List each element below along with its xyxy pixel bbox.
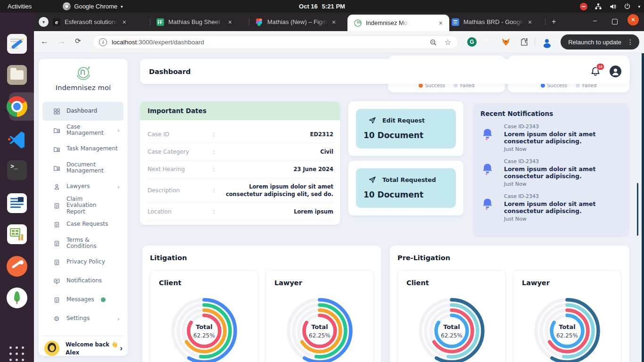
dock-item-mongodb[interactable] (6, 287, 28, 309)
toolbar-separator (535, 37, 535, 47)
tab-close-icon[interactable]: × (528, 19, 532, 25)
sidebar-item-lawyers[interactable]: Lawyers › (42, 177, 124, 196)
sidebar-item-document-management[interactable]: Document Management (42, 158, 124, 177)
sidebar-item-notifications[interactable]: Notifications (42, 272, 124, 290)
dock-item-chrome[interactable] (6, 96, 28, 117)
notification-case-id: Case ID-2343 (504, 158, 615, 165)
notification-time: Just Now (504, 216, 615, 222)
send-icon (368, 116, 376, 124)
sidebar-item-case-management[interactable]: Case Management › (42, 121, 124, 140)
tab-close-icon[interactable]: × (122, 19, 126, 25)
show-apps-button[interactable] (9, 346, 25, 362)
bell-badge: 10 (596, 63, 604, 70)
relaunch-label: Relaunch to update (568, 39, 621, 46)
litigation-client-panel: Client Total 62.25% (150, 270, 258, 362)
notification-item[interactable]: Case ID-2343 Lorem ipsum dolor sit amet … (480, 123, 622, 152)
sidebar-item-label: Settings (66, 315, 90, 322)
donut-center-label: Total (311, 323, 328, 330)
new-tab-button[interactable]: + (552, 18, 556, 25)
esferasoft-favicon: e (53, 18, 60, 26)
browser-tab-strip: ▾ e Esferasoft solutions × Mathias Bug S… (34, 13, 644, 31)
tab-close-icon[interactable]: × (332, 19, 336, 25)
sidebar-item-messages[interactable]: Messages (42, 290, 124, 309)
person-icon (53, 183, 60, 190)
dock-item-files[interactable] (6, 64, 28, 86)
litigation-section: Litigation Client Total 62.25% Lawyer To… (142, 246, 381, 362)
notification-bell-icon (480, 162, 495, 176)
tab-figma[interactable]: Mathias (New) – Figma × (256, 13, 336, 31)
notifications-bell-button[interactable]: 10 (590, 66, 601, 77)
table-row: Next Hearing : 23 June 2024 (148, 161, 333, 178)
app-menu[interactable]: Google Chrome ▾ (63, 2, 123, 10)
system-top-bar: Activities Google Chrome ▾ Oct 16 5:21 P… (0, 0, 644, 13)
tab-indemnisez-active[interactable]: Indemnisez Moi × (347, 15, 449, 31)
table-row: Case ID : ED2312 (148, 126, 333, 143)
chrome-icon (7, 96, 27, 117)
minimize-button[interactable]: – (593, 16, 597, 24)
clipboard-icon (53, 239, 60, 247)
forward-icon[interactable]: → (58, 37, 66, 46)
dock-item-text-editor[interactable] (6, 33, 28, 55)
sidebar-item-dashboard[interactable]: Dashboard (42, 102, 124, 121)
scrollbar-track[interactable] (642, 53, 644, 362)
section-title: Litigation (150, 254, 187, 262)
maximize-button[interactable] (612, 19, 618, 25)
bookmark-star-icon[interactable]: ☆ (445, 38, 451, 47)
sidebar-item-settings[interactable]: ⚙ Settings › (42, 309, 124, 328)
back-icon[interactable]: ← (41, 37, 49, 46)
notification-item[interactable]: Case ID-2343 Lorem ipsum dolor sit amet … (480, 193, 622, 222)
scrollbar-thumb[interactable] (637, 183, 638, 236)
sidebar-item-case-requests[interactable]: Case Requests (42, 215, 124, 234)
tab-close-icon[interactable]: × (228, 19, 232, 25)
sidebar-item-privacy-policy[interactable]: Privacy Policy (42, 253, 124, 272)
close-button[interactable]: ✕ (627, 14, 639, 25)
donut-center-value: 62.25% (556, 332, 578, 339)
notification-time: Just Now (504, 181, 615, 187)
activities-button[interactable]: Activities (8, 3, 32, 10)
browser-menu-icon[interactable]: ⋮ (627, 38, 634, 46)
tab-esferasoft[interactable]: e Esferasoft solutions × (53, 13, 126, 31)
sidebar-item-task-management[interactable]: Task Management (42, 140, 124, 158)
dock-item-writer[interactable] (6, 192, 28, 214)
clock-time: 5:21 PM (322, 3, 345, 10)
donut-center-label: Total (443, 323, 460, 330)
sidebar-item-claim-evaluation-report[interactable]: Claim Evaluation Report (42, 196, 124, 215)
metamask-extension-icon[interactable] (501, 37, 511, 47)
sidebar-item-label: Privacy Policy (66, 259, 105, 265)
grammarly-extension-icon[interactable]: G (467, 37, 477, 47)
reload-icon[interactable]: ⟳ (75, 37, 81, 45)
tab-brd-doc[interactable]: Mathias BRD - Google × (452, 13, 532, 31)
site-info-icon[interactable]: i (99, 38, 107, 46)
dock-item-calc[interactable] (6, 223, 28, 245)
system-tray[interactable]: ▾ (580, 3, 640, 10)
notification-item[interactable]: Case ID-2343 Lorem ipsum dolor sit amet … (480, 158, 622, 187)
sidebar-item-label: Case Requests (66, 221, 108, 228)
chevron-right-icon[interactable]: › (120, 344, 123, 353)
dock-item-postman[interactable] (6, 255, 28, 277)
tab-close-icon[interactable]: × (439, 20, 443, 26)
edit-request-card[interactable]: Edit Request 10 Document (348, 101, 463, 156)
donut-center-value: 62.25% (309, 332, 330, 339)
volume-icon (609, 3, 617, 10)
tab-title: Mathias BRD - Google (463, 18, 524, 25)
address-bar[interactable]: i localhost:3000/expert/dashboard ☆ (92, 35, 458, 49)
user-avatar (44, 341, 59, 356)
zoom-icon[interactable] (429, 39, 437, 46)
total-requested-card[interactable]: Total Requested 10 Document (348, 161, 463, 215)
header-avatar-button[interactable] (610, 66, 621, 77)
sidebar-item-terms-conditions[interactable]: Terms & Conditions (42, 234, 124, 253)
tab-bug-sheet[interactable]: Mathias Bug Sheet - × (157, 13, 232, 31)
extensions-puzzle-icon[interactable] (519, 37, 528, 47)
clock[interactable]: Oct 16 5:21 PM (299, 3, 345, 10)
sidebar-user-footer[interactable]: Welcome back 👋 Alex › (44, 341, 123, 356)
dock-item-terminal[interactable]: >_ (6, 159, 28, 181)
dock-item-vscode[interactable] (6, 128, 28, 150)
sidebar-item-label: Terms & Conditions (66, 237, 120, 250)
sidebar-item-label: Claim Evaluation Report (66, 196, 112, 215)
panel-title: Lawyer (522, 279, 612, 287)
sidebar-item-label: Document Management (66, 162, 112, 174)
tab-search-button[interactable]: ▾ (39, 17, 49, 27)
dock: >_ (0, 13, 34, 362)
greeting-text: Welcome back 👋 (66, 341, 118, 348)
relaunch-button[interactable]: Relaunch to update ⋮ (561, 34, 639, 49)
